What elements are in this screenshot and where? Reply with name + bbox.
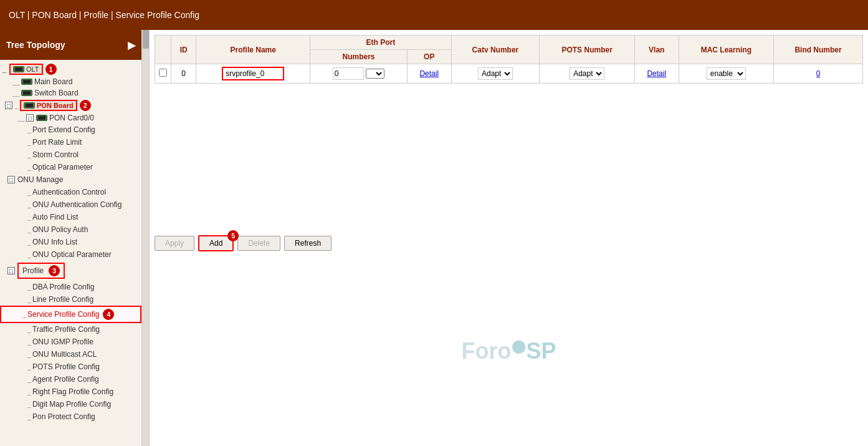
collapse-arrow-icon[interactable]: ▶ bbox=[128, 39, 135, 51]
badge-3: 3 bbox=[49, 265, 60, 276]
col-header-bind: Bind Number bbox=[774, 36, 863, 64]
scroll-thumb bbox=[143, 30, 149, 49]
connector-icon: ⎯ bbox=[27, 364, 31, 371]
onu-manage-header[interactable]: □ ONU Manage bbox=[0, 173, 141, 186]
row-profile-name bbox=[196, 64, 310, 84]
sidebar-content: ⎯ OLT 1 ⎯⎯ Main Board ⎯⎯ Switch Board bbox=[0, 60, 141, 446]
eth-numbers-select[interactable] bbox=[366, 69, 384, 79]
tree-node-main-board[interactable]: ⎯⎯ Main Board bbox=[0, 76, 141, 87]
eth-numbers-input[interactable] bbox=[333, 67, 364, 80]
page-header: OLT | PON Board | Profile | Service Prof… bbox=[0, 0, 868, 30]
onu-manage-expand-icon[interactable]: □ bbox=[7, 176, 15, 183]
action-bar: Apply Add 5 Delete Refresh bbox=[150, 230, 868, 256]
vlan-detail-link[interactable]: Detail bbox=[647, 69, 666, 78]
connector-icon: ⎯ bbox=[27, 414, 31, 420]
connector-icon: ⎯ bbox=[27, 127, 31, 133]
col-header-eth-op: OP bbox=[407, 50, 451, 64]
menu-auth-control[interactable]: ⎯ Authentication Control bbox=[0, 186, 141, 198]
tree-node-switch-board[interactable]: ⎯⎯ Switch Board bbox=[0, 87, 141, 99]
pon-board-label: PON Board bbox=[37, 102, 74, 109]
menu-agent-profile[interactable]: ⎯ Agent Profile Config bbox=[0, 373, 141, 385]
menu-right-flag[interactable]: ⎯ Right Flag Profile Config bbox=[0, 385, 141, 398]
profile-section-header[interactable]: □ Profile 3 bbox=[0, 261, 141, 281]
add-button[interactable]: Add 5 bbox=[198, 235, 234, 251]
col-header-profile-name: Profile Name bbox=[196, 36, 310, 64]
connector-icon: ⎯ bbox=[27, 351, 31, 358]
menu-pon-protect[interactable]: ⎯ Pon Protect Config bbox=[0, 410, 141, 423]
col-header-pots: POTS Number bbox=[540, 36, 635, 64]
menu-port-extend[interactable]: ⎯ Port Extend Config bbox=[0, 124, 141, 136]
connector-icon: ⎯ bbox=[27, 284, 31, 291]
menu-onu-igmp[interactable]: ⎯ ONU IGMP Profile bbox=[0, 336, 141, 348]
tree-node-pon-card[interactable]: ⎯⎯ □ PON Card0/0 bbox=[0, 112, 141, 124]
menu-pots-profile[interactable]: ⎯ POTS Profile Config bbox=[0, 361, 141, 373]
menu-line-profile[interactable]: ⎯ Line Profile Config bbox=[0, 293, 141, 306]
apply-button[interactable]: Apply bbox=[155, 236, 194, 251]
menu-optical-parameter[interactable]: ⎯ Optical Parameter bbox=[0, 161, 141, 173]
connector-icon: ⎯ bbox=[27, 189, 31, 196]
connector-icon: ⎯ bbox=[27, 401, 31, 408]
main-board-icon bbox=[21, 79, 32, 85]
col-header-catv: Catv Number bbox=[451, 36, 540, 64]
menu-auto-find[interactable]: ⎯ Auto Find List bbox=[0, 211, 141, 223]
col-header-mac: MAC Learning bbox=[679, 36, 774, 64]
pon-board-expand-icon[interactable]: □ bbox=[5, 102, 12, 109]
profile-box[interactable]: Profile 3 bbox=[17, 263, 65, 279]
pots-select[interactable]: Adapt bbox=[570, 67, 604, 80]
row-checkbox[interactable] bbox=[159, 69, 167, 77]
service-profile-table: ID Profile Name Eth Port Catv Number POT… bbox=[155, 35, 863, 84]
connector-icon: ⎯ bbox=[27, 339, 31, 346]
menu-digit-map[interactable]: ⎯ Digit Map Profile Config bbox=[0, 398, 141, 410]
row-eth-numbers bbox=[310, 64, 408, 84]
badge-2: 2 bbox=[80, 100, 91, 111]
olt-box[interactable]: OLT bbox=[9, 64, 43, 75]
row-eth-op: Detail bbox=[407, 64, 451, 84]
pon-board-box[interactable]: PON Board bbox=[20, 100, 77, 111]
menu-onu-policy[interactable]: ⎯ ONU Policy Auth bbox=[0, 223, 141, 236]
watermark-foro: Foro bbox=[461, 338, 511, 364]
row-pots: Adapt bbox=[540, 64, 635, 84]
mac-select[interactable]: enable disable bbox=[707, 67, 746, 80]
connector-icon: ⎯ bbox=[27, 251, 31, 258]
tree-node-olt[interactable]: ⎯ OLT 1 bbox=[0, 62, 141, 76]
connector-icon: ⎯ bbox=[27, 152, 31, 158]
bind-number-link[interactable]: 0 bbox=[816, 69, 821, 78]
menu-onu-multicast[interactable]: ⎯ ONU Multicast ACL bbox=[0, 348, 141, 361]
connector-icon: ⎯ bbox=[27, 296, 31, 303]
menu-storm-control[interactable]: ⎯ Storm Control bbox=[0, 148, 141, 161]
main-content: ID Profile Name Eth Port Catv Number POT… bbox=[142, 30, 868, 446]
sidebar-title-bar: Tree Topology ▶ bbox=[0, 30, 141, 60]
scroll-track bbox=[142, 30, 149, 446]
menu-port-rate[interactable]: ⎯ Port Rate Limit bbox=[0, 136, 141, 148]
watermark: Foro⬤SP bbox=[150, 256, 868, 447]
catv-select[interactable]: Adapt bbox=[478, 67, 513, 80]
left-scrollbar[interactable] bbox=[142, 30, 150, 446]
tree-node-pon-board[interactable]: □ ⎯ PON Board 2 bbox=[0, 99, 141, 112]
connector-icon: ⎯ bbox=[27, 214, 31, 221]
menu-service-profile[interactable]: ⎯ Service Profile Config 4 bbox=[0, 306, 141, 323]
col-header-eth-numbers: Numbers bbox=[310, 50, 408, 64]
menu-onu-info[interactable]: ⎯ ONU Info List bbox=[0, 236, 141, 248]
connector-icon: ⎯ bbox=[27, 139, 31, 146]
olt-label: OLT bbox=[26, 65, 39, 73]
table-row: 0 Detail bbox=[155, 64, 863, 84]
pon-card-expand-icon[interactable]: □ bbox=[26, 114, 34, 122]
menu-onu-auth-config[interactable]: ⎯ ONU Authentication Config bbox=[0, 198, 141, 211]
badge-1: 1 bbox=[45, 64, 57, 75]
menu-dba-profile[interactable]: ⎯ DBA Profile Config bbox=[0, 281, 141, 293]
table-container: ID Profile Name Eth Port Catv Number POT… bbox=[150, 30, 868, 446]
refresh-button[interactable]: Refresh bbox=[284, 236, 331, 251]
col-header-eth-port: Eth Port bbox=[310, 36, 451, 50]
pon-card-icon bbox=[36, 115, 47, 121]
delete-button[interactable]: Delete bbox=[237, 236, 280, 251]
menu-onu-optical[interactable]: ⎯ ONU Optical Parameter bbox=[0, 248, 141, 261]
connector-icon: ⎯ bbox=[27, 239, 31, 246]
profile-name-input[interactable] bbox=[222, 67, 284, 80]
profile-expand-icon[interactable]: □ bbox=[7, 267, 15, 274]
connector-icon: ⎯ bbox=[27, 389, 31, 395]
eth-detail-link[interactable]: Detail bbox=[419, 69, 439, 78]
menu-traffic-profile[interactable]: ⎯ Traffic Profile Config bbox=[0, 323, 141, 336]
connector-icon: ⎯ bbox=[27, 164, 31, 171]
row-vlan: Detail bbox=[634, 64, 679, 84]
sidebar: Tree Topology ▶ ⎯ OLT 1 ⎯⎯ Main Board bbox=[0, 30, 142, 446]
